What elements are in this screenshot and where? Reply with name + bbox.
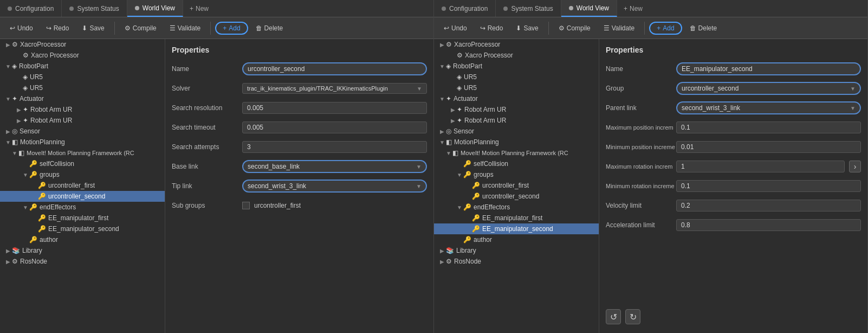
prop-label-name: Name xyxy=(172,65,242,73)
r-tree-item-robot-arm-ur-1[interactable]: ▶ ✦ Robot Arm UR xyxy=(434,104,599,115)
save-button[interactable]: ⬇ Save xyxy=(76,22,109,34)
tree-item-label: Robot Arm UR xyxy=(464,106,599,113)
tree-item-urcontroller-first[interactable]: 🔑 urcontroller_first xyxy=(0,180,165,191)
tree-item-groups[interactable]: ▼ 🔑 groups xyxy=(0,169,165,180)
r-tree-item-robot-arm-ur-2[interactable]: ▶ ✦ Robot Arm UR xyxy=(434,115,599,126)
r-prop-value-group[interactable]: urcontroller_second ▼ xyxy=(676,82,861,95)
tree-item-robot-arm-ur-1[interactable]: ▶ ✦ Robot Arm UR xyxy=(0,104,165,115)
compile-button[interactable]: ⚙ Compile xyxy=(119,22,162,34)
tree-item-endeffectors[interactable]: ▼ 🔑 endEffectors xyxy=(0,202,165,213)
r-tree-item-ur5-2[interactable]: ◈ UR5 xyxy=(434,82,599,93)
r-tree-item-moveit[interactable]: ▼ ◧ MoveIt! Motion Planning Framework (R… xyxy=(434,148,599,158)
r-tree-item-ee-manipulator-first[interactable]: 🔑 EE_manipulator_first xyxy=(434,213,599,223)
tree-item-library[interactable]: ▶ 📚 Library xyxy=(0,245,165,256)
tree-item-ee-manipulator-second[interactable]: 🔑 EE_manipulator_second xyxy=(0,223,165,234)
tree-item-motionplanning[interactable]: ▼ ◧ MotionPlanning xyxy=(0,137,165,148)
tree-item-author[interactable]: 🔑 author xyxy=(0,234,165,245)
node-icon: ✦ xyxy=(457,106,462,113)
r-tree-item-sensor[interactable]: ▶ ◎ Sensor xyxy=(434,126,599,137)
prop-value-search-attempts[interactable]: 3 xyxy=(242,141,427,153)
tree-item-label: urcontroller_first xyxy=(48,182,165,189)
solver-value: trac_ik_kinematics_plugin/TRAC_IKKinemat… xyxy=(247,85,388,92)
r-tree-item-selfcollision[interactable]: 🔑 selfCollision xyxy=(434,158,599,169)
tree-item-moveit[interactable]: ▼ ◧ MoveIt! Motion Planning Framework (R… xyxy=(0,148,165,158)
arrow-icon: ▶ xyxy=(438,42,446,48)
tree-item-label: Xacro Processor xyxy=(465,52,599,59)
r-undo-button[interactable]: ↩ Undo xyxy=(438,22,472,34)
tab-label: System Status xyxy=(511,5,553,12)
tree-item-label: endEffectors xyxy=(474,203,599,211)
r-prop-value-acceleration[interactable]: 0.8 xyxy=(676,219,861,231)
r-tree-item-urcontroller-first[interactable]: 🔑 urcontroller_first xyxy=(434,180,599,191)
tree-item-sensor[interactable]: ▶ ◎ Sensor xyxy=(0,126,165,137)
prop-value-base-link[interactable]: second_base_link ▼ xyxy=(242,160,427,173)
node-icon: 🔑 xyxy=(38,182,46,189)
tree-item-xacroprocessor[interactable]: ▶ ⚙ XacroProcessor xyxy=(0,39,165,50)
tab-configuration-right[interactable]: Configuration xyxy=(434,0,496,17)
arrow-icon: ▶ xyxy=(438,248,446,254)
validate-button[interactable]: ☰ Validate xyxy=(164,22,206,34)
tree-item-actuator[interactable]: ▼ ✦ Actuator xyxy=(0,93,165,104)
r-prop-value-min-pos[interactable]: 0.01 xyxy=(676,141,861,153)
r-tree-item-ur5-1[interactable]: ◈ UR5 xyxy=(434,72,599,82)
tree-item-ee-manipulator-first[interactable]: 🔑 EE_manipulator_first xyxy=(0,213,165,223)
tree-item-urcontroller-second[interactable]: 🔑 urcontroller_second xyxy=(0,191,165,202)
r-compile-button[interactable]: ⚙ Compile xyxy=(553,22,596,34)
r-tree-item-xacroprocessor[interactable]: ▶ ⚙ XacroProcessor xyxy=(434,39,599,50)
r-prop-value-max-rot[interactable]: 1 xyxy=(676,161,845,172)
nav-left-button[interactable]: ↺ xyxy=(606,309,621,324)
tree-item-label: UR5 xyxy=(30,73,165,81)
tab-world-view-right[interactable]: World View xyxy=(561,0,617,17)
tree-item-robot-arm-ur-2[interactable]: ▶ ✦ Robot Arm UR xyxy=(0,115,165,126)
redo-button[interactable]: ↪ Redo xyxy=(41,22,75,34)
prop-value-search-timeout[interactable]: 0.005 xyxy=(242,121,427,133)
prop-value-name[interactable]: urcontroller_second xyxy=(242,62,427,75)
r-tree-item-robotpart[interactable]: ▼ ◈ RobotPart xyxy=(434,61,599,72)
tree-item-xacro-processor[interactable]: ⚙ Xacro Processor xyxy=(0,50,165,61)
tab-new-left[interactable]: + New xyxy=(183,5,215,12)
sub-groups-checkbox[interactable] xyxy=(242,202,250,209)
r-tree-item-actuator[interactable]: ▼ ✦ Actuator xyxy=(434,93,599,104)
prop-value-search-resolution[interactable]: 0.005 xyxy=(242,102,427,114)
r-prop-value-max-pos[interactable]: 0.1 xyxy=(676,121,861,133)
r-add-button[interactable]: + Add xyxy=(649,22,682,35)
prop-label-search-resolution: Search resolution xyxy=(172,104,242,112)
r-save-button[interactable]: ⬇ Save xyxy=(510,22,543,34)
r-prop-value-velocity[interactable]: 0.2 xyxy=(676,200,861,212)
tree-item-ur5-2[interactable]: ◈ UR5 xyxy=(0,82,165,93)
expand-button[interactable]: › xyxy=(849,161,861,172)
tree-item-rosnode[interactable]: ▶ ⚙ RosNode xyxy=(0,256,165,267)
r-group-value: urcontroller_second xyxy=(682,85,739,92)
r-tree-item-motionplanning[interactable]: ▼ ◧ MotionPlanning xyxy=(434,137,599,148)
r-prop-value-min-rot[interactable]: 0.1 xyxy=(676,180,861,192)
compile-icon: ⚙ xyxy=(125,24,131,32)
prop-value-tip-link[interactable]: second_wrist_3_link ▼ xyxy=(242,180,427,193)
r-tree-item-xacro-processor[interactable]: ⚙ Xacro Processor xyxy=(434,50,599,61)
prop-value-solver[interactable]: trac_ik_kinematics_plugin/TRAC_IKKinemat… xyxy=(242,83,427,94)
r-delete-button[interactable]: 🗑 Delete xyxy=(684,22,723,34)
tree-item-ur5-1[interactable]: ◈ UR5 xyxy=(0,72,165,82)
r-redo-button[interactable]: ↪ Redo xyxy=(475,22,509,34)
tab-configuration-left[interactable]: Configuration xyxy=(0,0,62,17)
tab-system-status-left[interactable]: System Status xyxy=(62,0,127,17)
r-prop-value-name[interactable]: EE_manipulator_second xyxy=(676,62,861,75)
delete-button[interactable]: 🗑 Delete xyxy=(250,22,289,34)
r-tree-item-urcontroller-second[interactable]: 🔑 urcontroller_second xyxy=(434,191,599,202)
nav-right-button[interactable]: ↻ xyxy=(625,309,640,324)
r-tree-item-library[interactable]: ▶ 📚 Library xyxy=(434,245,599,256)
r-prop-value-parent-link[interactable]: second_wrist_3_link ▼ xyxy=(676,101,861,114)
add-button[interactable]: + Add xyxy=(215,22,248,35)
r-tree-item-rosnode[interactable]: ▶ ⚙ RosNode xyxy=(434,256,599,267)
tab-new-right[interactable]: + New xyxy=(617,5,649,12)
tree-item-selfcollision[interactable]: 🔑 selfCollision xyxy=(0,158,165,169)
undo-button[interactable]: ↩ Undo xyxy=(4,22,38,34)
tree-item-robotpart[interactable]: ▼ ◈ RobotPart xyxy=(0,61,165,72)
prop-row-solver: Solver trac_ik_kinematics_plugin/TRAC_IK… xyxy=(172,81,427,95)
r-tree-item-endeffectors[interactable]: ▼ 🔑 endEffectors xyxy=(434,202,599,213)
r-tree-item-groups[interactable]: ▼ 🔑 groups xyxy=(434,169,599,180)
r-validate-button[interactable]: ☰ Validate xyxy=(598,22,640,34)
tab-world-view-left[interactable]: World View xyxy=(127,0,183,17)
r-tree-item-author[interactable]: 🔑 author xyxy=(434,234,599,245)
r-tree-item-ee-manipulator-second[interactable]: 🔑 EE_manipulator_second xyxy=(434,223,599,234)
tab-system-status-right[interactable]: System Status xyxy=(496,0,561,17)
